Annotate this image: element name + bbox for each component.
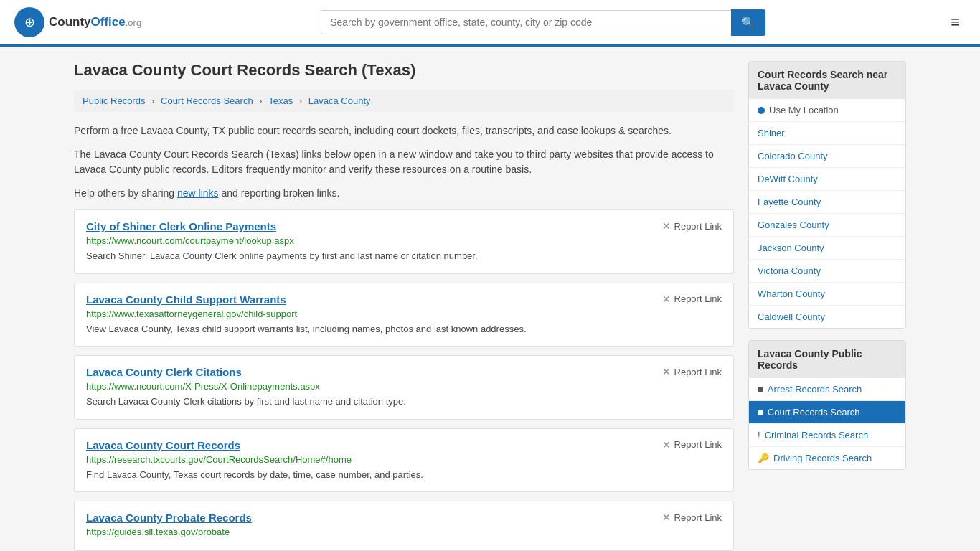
nearby-item-0[interactable]: Shiner <box>749 122 905 145</box>
results-container: City of Shiner Clerk Online Payments ✕ R… <box>74 209 734 551</box>
report-link-0[interactable]: ✕ Report Link <box>662 220 722 232</box>
sidebar-label-1: Court Records Search <box>768 407 860 418</box>
result-url-0[interactable]: https://www.ncourt.com/courtpayment/look… <box>86 235 722 246</box>
page-title: Lavaca County Court Records Search (Texa… <box>74 61 734 80</box>
report-icon: ✕ <box>662 439 671 451</box>
nearby-header: Court Records Search near Lavaca County <box>749 62 905 99</box>
sidebar-label-3: Driving Records Search <box>773 453 872 463</box>
nearby-item-2[interactable]: DeWitt County <box>749 168 905 191</box>
nearby-items: ShinerColorado CountyDeWitt CountyFayett… <box>749 122 905 328</box>
result-item: Lavaca County Child Support Warrants ✕ R… <box>74 283 734 347</box>
result-url-1[interactable]: https://www.texasattorneygeneral.gov/chi… <box>86 309 722 319</box>
result-header: Lavaca County Child Support Warrants ✕ R… <box>86 293 722 306</box>
use-location-item[interactable]: Use My Location <box>749 99 905 122</box>
main-container: Lavaca County Court Records Search (Texa… <box>60 47 920 551</box>
sidebar-label-0: Arrest Records Search <box>768 384 862 395</box>
report-link-4[interactable]: ✕ Report Link <box>662 512 722 523</box>
result-header: Lavaca County Clerk Citations ✕ Report L… <box>86 366 722 378</box>
report-link-3[interactable]: ✕ Report Link <box>662 439 722 451</box>
report-icon: ✕ <box>662 512 671 523</box>
public-records-header: Lavaca County Public Records <box>749 341 905 378</box>
result-item: City of Shiner Clerk Online Payments ✕ R… <box>74 209 734 274</box>
header: ⊕ CountyOffice.org 🔍 ≡ <box>0 0 980 47</box>
logo-icon: ⊕ <box>14 7 44 37</box>
report-link-1[interactable]: ✕ Report Link <box>662 293 722 305</box>
result-title-2[interactable]: Lavaca County Clerk Citations <box>86 366 242 378</box>
search-input[interactable] <box>321 10 731 34</box>
nearby-item-8[interactable]: Caldwell County <box>749 306 905 328</box>
description-2: The Lavaca County Court Records Search (… <box>74 147 734 177</box>
result-title-1[interactable]: Lavaca County Child Support Warrants <box>86 293 286 306</box>
result-item: Lavaca County Court Records ✕ Report Lin… <box>74 428 734 493</box>
report-link-2[interactable]: ✕ Report Link <box>662 366 722 377</box>
search-button[interactable]: 🔍 <box>731 9 765 36</box>
sidebar-label-2: Criminal Records Search <box>765 430 869 441</box>
public-records-items: ■Arrest Records Search■Court Records Sea… <box>749 378 905 469</box>
public-records-section: Lavaca County Public Records ■Arrest Rec… <box>748 340 906 470</box>
description-3: Help others by sharing new links and rep… <box>74 186 734 201</box>
result-desc-1: View Lavaca County, Texas child support … <box>86 322 722 336</box>
search-area: 🔍 <box>321 9 765 36</box>
result-header: City of Shiner Clerk Online Payments ✕ R… <box>86 220 722 232</box>
description-1: Perform a free Lavaca County, TX public … <box>74 123 734 138</box>
menu-button[interactable]: ≡ <box>945 10 966 34</box>
result-title-0[interactable]: City of Shiner Clerk Online Payments <box>86 220 276 232</box>
result-url-2[interactable]: https://www.ncourt.com/X-Press/X-Onlinep… <box>86 381 722 392</box>
nearby-item-7[interactable]: Wharton County <box>749 283 905 306</box>
public-records-item-0[interactable]: ■Arrest Records Search <box>749 378 905 401</box>
logo-area: ⊕ CountyOffice.org <box>14 7 141 37</box>
new-links-link[interactable]: new links <box>177 187 219 199</box>
breadcrumb-texas[interactable]: Texas <box>268 95 293 106</box>
public-records-item-3[interactable]: 🔑Driving Records Search <box>749 447 905 469</box>
public-records-item-2[interactable]: !Criminal Records Search <box>749 424 905 447</box>
breadcrumb-court-records[interactable]: Court Records Search <box>161 95 253 106</box>
result-header: Lavaca County Court Records ✕ Report Lin… <box>86 439 722 451</box>
sidebar-icon-3: 🔑 <box>758 453 769 463</box>
result-item: Lavaca County Probate Records ✕ Report L… <box>74 501 734 551</box>
result-item: Lavaca County Clerk Citations ✕ Report L… <box>74 355 734 420</box>
logo-text: CountyOffice.org <box>49 15 141 29</box>
nearby-item-3[interactable]: Fayette County <box>749 191 905 214</box>
result-title-4[interactable]: Lavaca County Probate Records <box>86 512 252 524</box>
result-header: Lavaca County Probate Records ✕ Report L… <box>86 512 722 524</box>
sidebar-icon-1: ■ <box>758 407 763 418</box>
report-icon: ✕ <box>662 366 671 377</box>
breadcrumb-lavaca[interactable]: Lavaca County <box>308 95 371 106</box>
public-records-item-1[interactable]: ■Court Records Search <box>749 401 905 424</box>
result-desc-0: Search Shiner, Lavaca County Clerk onlin… <box>86 249 722 263</box>
result-desc-3: Find Lavaca County, Texas court records … <box>86 468 722 482</box>
breadcrumb-public-records[interactable]: Public Records <box>83 95 145 106</box>
nearby-item-5[interactable]: Jackson County <box>749 237 905 260</box>
report-icon: ✕ <box>662 220 671 232</box>
sidebar-icon-0: ■ <box>758 384 763 395</box>
sidebar-icon-2: ! <box>758 430 760 441</box>
breadcrumb: Public Records › Court Records Search › … <box>74 90 734 112</box>
nearby-item-1[interactable]: Colorado County <box>749 145 905 168</box>
nearby-item-6[interactable]: Victoria County <box>749 260 905 283</box>
sidebar: Court Records Search near Lavaca County … <box>748 61 906 551</box>
nearby-item-4[interactable]: Gonzales County <box>749 214 905 237</box>
result-title-3[interactable]: Lavaca County Court Records <box>86 439 240 451</box>
result-url-3[interactable]: https://research.txcourts.gov/CourtRecor… <box>86 454 722 465</box>
content-area: Lavaca County Court Records Search (Texa… <box>74 61 734 551</box>
result-url-4[interactable]: https://guides.sll.texas.gov/probate <box>86 527 722 537</box>
location-icon <box>758 107 765 114</box>
nearby-section: Court Records Search near Lavaca County … <box>748 61 906 329</box>
result-desc-2: Search Lavaca County Clerk citations by … <box>86 395 722 409</box>
report-icon: ✕ <box>662 293 671 305</box>
